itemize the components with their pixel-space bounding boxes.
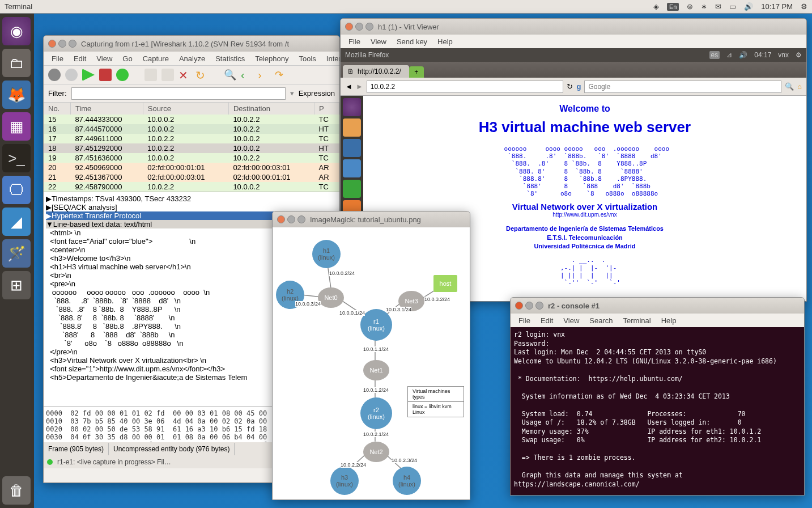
- menu-terminal[interactable]: Terminal: [619, 315, 656, 326]
- new-tab-button[interactable]: +: [409, 66, 424, 78]
- menu-help[interactable]: Help: [433, 36, 457, 47]
- col-no[interactable]: No.: [44, 103, 70, 115]
- workspace-switcher-icon[interactable]: ⊞: [2, 271, 31, 299]
- menu-view[interactable]: View: [366, 36, 391, 47]
- maximize-button[interactable]: [535, 302, 543, 310]
- menu-capture[interactable]: Capture: [138, 53, 173, 64]
- menu-edit[interactable]: Edit: [536, 315, 558, 326]
- close-button[interactable]: [345, 23, 353, 31]
- dash-home-icon[interactable]: ◉: [2, 17, 31, 45]
- keyboard-lang-indicator[interactable]: es: [709, 51, 720, 59]
- minimize-button[interactable]: [355, 23, 363, 31]
- tree-timestamps[interactable]: ▶Timestamps: TSval 439300, TSecr 433232: [46, 194, 337, 203]
- packet-row[interactable]: 1787.44961100010.0.2.210.0.0.2TC: [44, 134, 339, 143]
- tab-uncompressed[interactable]: Uncompressed entity body (976 bytes): [109, 443, 235, 455]
- mail-icon[interactable]: ✉: [715, 2, 721, 11]
- volume-icon[interactable]: 🔊: [744, 2, 753, 11]
- minimize-button[interactable]: [525, 302, 533, 310]
- menu-sendkey[interactable]: Send key: [392, 36, 432, 47]
- menu-edit[interactable]: Edit: [69, 53, 91, 64]
- save-file-icon[interactable]: [161, 69, 174, 81]
- keyboard-lang-indicator[interactable]: En: [667, 3, 679, 11]
- browser-tab[interactable]: 🗎 http://10.0.2.2/: [343, 65, 409, 78]
- minimize-button[interactable]: [287, 215, 295, 223]
- col-dest[interactable]: Destination: [228, 103, 314, 115]
- interfaces-icon[interactable]: [48, 69, 61, 81]
- virt-titlebar[interactable]: h1 (1) - Virt Viewer: [341, 19, 806, 35]
- menu-internals[interactable]: Internals: [322, 53, 340, 64]
- menu-help[interactable]: Help: [657, 315, 681, 326]
- tab-frame[interactable]: Frame (905 bytes): [44, 443, 109, 455]
- r2-titlebar[interactable]: r2 - console #1: [511, 298, 804, 314]
- packet-row[interactable]: 2292.45879000010.0.2.210.0.0.2TC: [44, 182, 339, 192]
- maximize-button[interactable]: [365, 23, 373, 31]
- menu-file[interactable]: File: [344, 36, 365, 47]
- writer-icon[interactable]: [343, 159, 361, 177]
- col-prot[interactable]: P: [314, 103, 339, 115]
- menu-view[interactable]: View: [92, 53, 117, 64]
- menu-search[interactable]: Search: [585, 315, 617, 326]
- find-icon[interactable]: 🔍: [224, 69, 236, 81]
- wifi-icon[interactable]: ⊚: [687, 2, 693, 11]
- packet-row[interactable]: 2092.45096900002:fd:00:00:01:0102:fd:00:…: [44, 163, 339, 172]
- battery-icon[interactable]: ▭: [729, 2, 736, 11]
- gear-icon[interactable]: ⚙: [801, 2, 807, 11]
- terminal-icon[interactable]: >_: [2, 144, 31, 172]
- menu-go[interactable]: Go: [118, 53, 137, 64]
- stop-capture-icon[interactable]: [99, 69, 112, 81]
- menu-tools[interactable]: Tools: [294, 53, 320, 64]
- monitor-icon[interactable]: 🖵: [2, 176, 31, 204]
- col-source[interactable]: Source: [143, 103, 228, 115]
- restart-capture-icon[interactable]: [116, 69, 129, 81]
- maximize-button[interactable]: [297, 215, 305, 223]
- volume-icon[interactable]: 🔊: [739, 51, 747, 59]
- packet-row[interactable]: 1687.44457000010.0.0.210.0.2.2HT: [44, 124, 339, 134]
- menu-analyze[interactable]: Analyze: [175, 53, 210, 64]
- wireshark-icon[interactable]: ◢: [2, 208, 31, 236]
- trash-icon[interactable]: 🗑: [2, 476, 31, 505]
- back-icon[interactable]: ◄: [345, 82, 352, 91]
- network-icon[interactable]: ⊿: [726, 51, 732, 59]
- minimize-button[interactable]: [58, 40, 66, 48]
- wireshark-titlebar[interactable]: Capturing from r1-e1 [Wireshark 1.10.2 (…: [44, 36, 339, 52]
- back-icon[interactable]: ‹: [241, 69, 253, 81]
- search-input[interactable]: [584, 81, 781, 93]
- menu-view[interactable]: View: [559, 315, 584, 326]
- purple-app-icon[interactable]: ▦: [2, 112, 31, 141]
- imgmgk-titlebar[interactable]: ImageMagick: tutorial_ubuntu.png: [273, 211, 470, 227]
- search-icon[interactable]: 🔍: [785, 82, 794, 91]
- calc-icon[interactable]: [343, 180, 361, 198]
- packet-row[interactable]: 2192.45136700002:fd:00:00:03:0102:fd:00:…: [44, 172, 339, 182]
- options-icon[interactable]: [65, 69, 78, 81]
- reload-icon[interactable]: ↻: [567, 82, 573, 91]
- dash-home-icon[interactable]: [343, 98, 361, 116]
- start-capture-icon[interactable]: [82, 69, 95, 81]
- menu-file[interactable]: File: [47, 53, 68, 64]
- maximize-button[interactable]: [69, 40, 76, 48]
- firefox-icon[interactable]: [343, 139, 361, 157]
- close-button[interactable]: [48, 40, 56, 48]
- menu-telephony[interactable]: Telephony: [250, 53, 293, 64]
- expression-button[interactable]: Expression: [299, 89, 335, 98]
- filter-input[interactable]: [71, 87, 286, 100]
- packet-row[interactable]: 1987.45163600010.0.0.210.0.2.2TC: [44, 153, 339, 163]
- clock[interactable]: 04:17: [754, 51, 771, 59]
- forward-icon[interactable]: ›: [258, 69, 270, 81]
- url-input[interactable]: [367, 81, 564, 93]
- dropbox-icon[interactable]: ◈: [653, 2, 659, 11]
- close-file-icon[interactable]: ✕: [178, 69, 191, 81]
- open-file-icon[interactable]: [144, 69, 157, 81]
- tree-seqack[interactable]: ▶[SEQ/ACK analysis]: [46, 203, 337, 211]
- gear-icon[interactable]: ⚙: [796, 51, 802, 59]
- imagemagick-icon[interactable]: 🪄: [2, 239, 31, 268]
- terminal-body[interactable]: r2 login: vnx Password: Last login: Mon …: [511, 327, 804, 495]
- packet-row[interactable]: 1887.45129200010.0.2.210.0.0.2HT: [44, 143, 339, 153]
- home-icon[interactable]: ⌂: [797, 82, 802, 91]
- forward-icon[interactable]: ►: [356, 82, 363, 91]
- col-time[interactable]: Time: [70, 103, 143, 115]
- menu-statistics[interactable]: Statistics: [211, 53, 249, 64]
- close-button[interactable]: [515, 302, 523, 310]
- nautilus-icon[interactable]: 🗀: [2, 49, 31, 77]
- nautilus-icon[interactable]: [343, 118, 361, 137]
- menu-file[interactable]: File: [514, 315, 535, 326]
